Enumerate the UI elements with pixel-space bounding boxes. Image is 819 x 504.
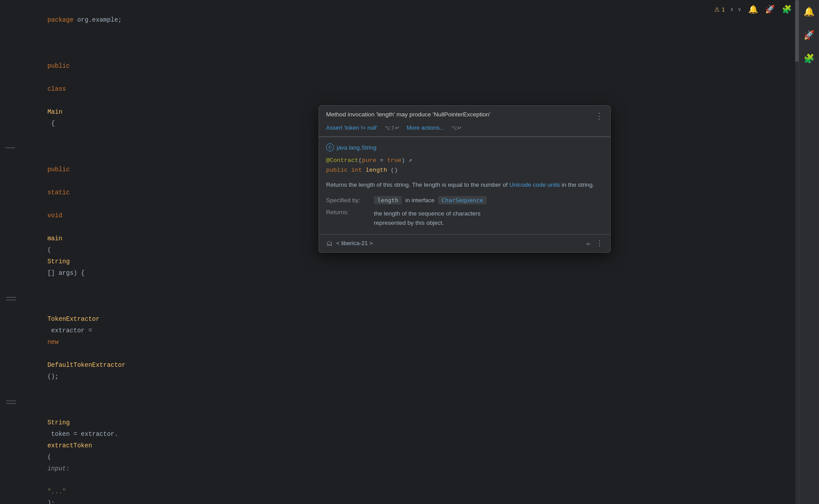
class-name-main: Main [47,108,62,115]
extract-token-method: extractToken [47,442,92,449]
class-name-link[interactable]: java.lang.String [337,144,377,151]
warning-triangle-icon: ⚠ [714,6,720,13]
doc-description: Returns the length of this string. The l… [326,180,603,190]
sdk-folder-icon: 🗂 [326,239,333,247]
kw-new: new [47,339,58,346]
param-type-string: String [47,258,69,265]
notifications-sidebar-icon[interactable]: 🔔 [801,4,817,20]
edit-source-icon[interactable]: ✏ [586,239,591,248]
param-hint-input: input: [47,465,69,472]
method-main: main [47,235,62,242]
code-line-1: package org.example; [5,3,799,37]
token-extractor-type: TokenExtractor [47,315,100,323]
keyword-class: class [47,85,66,92]
more-actions-link[interactable]: More actions... [407,124,444,131]
assert-null-action[interactable]: Assert 'token != null' [326,124,377,131]
prev-warning-arrow[interactable]: ∧ [729,5,735,14]
string-type: String [47,419,69,426]
line-marker-5b [6,300,16,300]
keyword-public: public [47,62,69,69]
nav-arrows: ∧ ∨ [729,5,743,14]
more-actions-shortcut: ⌥↵ [451,125,462,131]
doc-class-ref: © java.lang.String [326,143,603,151]
line-content-1: package org.example; [18,3,799,37]
specified-interface-badge[interactable]: CharSequence [438,196,487,204]
specified-by-row: Specified by: length in interface CharSe… [326,196,603,204]
in-interface-text: in interface [405,197,434,204]
kw-static: static [47,189,69,196]
doc-true-val: true [387,157,401,164]
sdk-label: < liberica-21 > [336,240,373,246]
unicode-link[interactable]: Unicode code units [509,181,560,188]
kw-void: void [47,212,62,219]
warning-more-options-icon[interactable]: ⋮ [595,111,603,121]
warning-message: Method invocation 'length' may produce '… [326,111,592,118]
copyright-icon: © [326,143,334,151]
package-name: org.example; [73,16,122,23]
warning-actions: Assert 'token != null' ⌥⇧↵ More actions.… [326,124,603,131]
assert-shortcut: ⌥⇧↵ [385,125,400,131]
default-token-extractor: DefaultTokenExtractor [47,362,125,369]
editor-toolbar: ⚠ 1 ∧ ∨ 🔔 🚀 🧩 [709,0,799,19]
sidebar: 🔔 🚀 🧩 [799,0,819,504]
doc-desc-text1: Returns the length of this string. The l… [326,181,509,188]
doc-public-kw: public [326,167,348,173]
rocket-sidebar-icon[interactable]: 🚀 [801,27,817,43]
returns-label: Returns: [326,209,370,215]
line-marker-6b [6,403,16,404]
doc-method-name: length [365,167,387,173]
popup-footer: 🗂 < liberica-21 > ✏ ⋮ [319,234,610,252]
footer-more-options-icon[interactable]: ⋮ [596,239,603,248]
extensions-icon[interactable]: 🧩 [780,3,793,16]
code-editor-panel: ⚠ 1 ∧ ∨ 🔔 🚀 🧩 package org.example; [0,0,799,504]
warning-badge[interactable]: ⚠ 1 [714,6,725,13]
doc-pure-keyword: pure [362,157,376,164]
line-marker-5a [6,297,16,298]
line-marker-6a [6,400,16,401]
next-warning-arrow[interactable]: ∨ [736,5,743,14]
doc-signature: @Contract(pure = true) ↗ public int leng… [326,156,603,175]
keyword-package: package [47,16,73,23]
warning-count: 1 [722,6,725,13]
returns-row: Returns: the length of the sequence of c… [326,209,603,228]
notifications-icon[interactable]: 🔔 [746,3,760,16]
doc-desc-text2: in the string. [560,181,594,188]
returns-text: the length of the sequence of characters… [374,209,481,228]
puzzle-sidebar-icon[interactable]: 🧩 [801,50,817,67]
plugins-icon[interactable]: 🚀 [763,3,777,16]
warning-header: Method invocation 'length' may produce '… [326,111,603,121]
line-marker-4 [5,147,15,148]
warning-section: Method invocation 'length' may produce '… [319,106,610,137]
code-line-5: TokenExtractor extractor = new DefaultTo… [5,290,799,394]
kw-public-4: public [47,166,69,173]
doc-section: © java.lang.String @Contract(pure = true… [319,137,610,234]
specified-label: Specified by: [326,197,370,204]
code-line-6: String token = extractor. extractToken (… [5,394,799,504]
code-line-2 [5,37,799,49]
doc-int-kw: int [351,167,362,173]
scrollbar-track[interactable] [795,0,799,504]
doc-arrow: ↗ [408,157,412,164]
specified-method-badge[interactable]: length [374,196,402,204]
string-literal-dots: "..." [47,488,66,495]
doc-annotation: @Contract [326,157,358,164]
footer-actions: ✏ ⋮ [586,239,603,248]
inspection-popup: Method invocation 'length' may produce '… [319,105,611,253]
sdk-info: 🗂 < liberica-21 > [326,239,373,247]
